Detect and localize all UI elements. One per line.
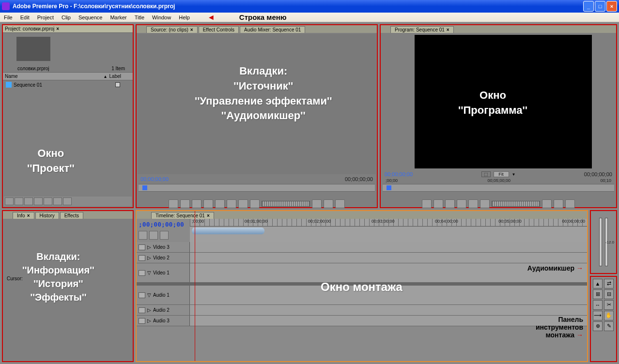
minimize-button[interactable]: _ (583, 1, 594, 12)
menu-help[interactable]: Help (175, 15, 194, 20)
trash-button[interactable] (63, 197, 72, 205)
eye-icon[interactable] (139, 244, 145, 250)
menu-sequence[interactable]: Sequence (75, 15, 107, 20)
project-item-row[interactable]: Sequence 01 (3, 80, 133, 89)
menu-marker[interactable]: Marker (106, 15, 130, 20)
track-audio1[interactable]: ▽ Audio 1 (137, 286, 587, 305)
auto-button[interactable] (24, 197, 33, 205)
marker-tl-button[interactable] (160, 231, 169, 240)
set-out-button[interactable] (433, 199, 443, 208)
ruler-mark: 00;05;00;00 (487, 178, 511, 183)
tab-audio-mixer[interactable]: Audio Mixer: Sequence 01 (240, 26, 305, 33)
speaker-icon[interactable] (139, 292, 145, 298)
list-view-button[interactable] (5, 197, 14, 205)
tab-effect-controls[interactable]: Effect Controls (199, 26, 239, 33)
snap-button[interactable] (139, 231, 147, 240)
maximize-button[interactable]: □ (595, 1, 605, 12)
step-back-button[interactable] (457, 199, 466, 208)
pen-tool[interactable]: ✎ (604, 321, 614, 331)
close-button[interactable]: × (606, 1, 617, 12)
step-fwd-button[interactable] (480, 199, 490, 208)
ripple-tool[interactable]: ⊞ (593, 289, 603, 299)
track-audio2[interactable]: ▷ Audio 2 (137, 305, 587, 316)
source-ruler[interactable] (139, 184, 375, 192)
tab-source[interactable]: Source: (no clips)× (146, 26, 198, 33)
track-audio3[interactable]: ▷ Audio 3 (137, 316, 587, 326)
label-checkbox[interactable] (115, 82, 120, 87)
source-tc-out: 00;00;00;00 (345, 176, 373, 182)
selection-tool[interactable]: ▲ (593, 279, 603, 288)
program-ruler[interactable] (383, 184, 614, 192)
overlay-project-2: ''Проект'' (27, 161, 75, 176)
speaker-icon[interactable] (139, 307, 145, 313)
program-tc-current[interactable]: 00;00;00;00 (385, 171, 413, 177)
zoom-tool[interactable]: ⊕ (593, 321, 603, 331)
rolling-tool[interactable]: ⊟ (604, 289, 614, 299)
jog-wheel[interactable] (492, 201, 540, 207)
tab-history[interactable]: History (35, 212, 59, 219)
lift-button[interactable] (542, 199, 552, 208)
speaker-icon[interactable] (139, 318, 145, 324)
tick: 00;02;00;00 (308, 219, 331, 226)
source-tc-in[interactable]: 00;00;00;00 (140, 176, 169, 182)
razor-tool[interactable]: ✂ (604, 300, 614, 310)
step-fwd-button[interactable] (238, 199, 248, 208)
insert-button[interactable] (324, 199, 333, 208)
overlay-project-1: Окно (27, 146, 75, 161)
trim-button[interactable] (565, 199, 575, 208)
project-tab[interactable]: Project: соловки.prproj × (3, 25, 133, 33)
menu-file[interactable]: File (0, 15, 16, 20)
set-in-button[interactable] (169, 199, 178, 208)
overlay-info: Вкладки: ''Информация'' ''История'' ''Эф… (22, 250, 94, 304)
track-video1[interactable]: ▽ Video 1 (137, 263, 587, 283)
zoom-indicator[interactable]: ⬚ (481, 171, 491, 177)
tab-info[interactable]: Info× (13, 212, 34, 219)
play-button[interactable] (468, 199, 478, 208)
tab-program[interactable]: Program: Sequence 01× (390, 26, 454, 33)
tick: ;00;00 (192, 219, 204, 226)
project-item-name: Sequence 01 (14, 82, 42, 88)
fit-dropdown[interactable]: Fit (494, 171, 509, 177)
extract-button[interactable] (554, 199, 563, 208)
hand-tool[interactable]: ✋ (604, 311, 614, 320)
playhead[interactable] (195, 242, 195, 361)
arrow-icon: → (576, 264, 583, 272)
timeline-timecode[interactable]: ;00;00;00;00 (139, 221, 188, 228)
eye-icon[interactable] (139, 255, 145, 261)
tab-effects[interactable]: Effects (60, 212, 83, 219)
cursor-label: Cursor: (5, 274, 25, 283)
col-name[interactable]: Name (5, 74, 101, 79)
menu-project[interactable]: Project (33, 15, 58, 20)
overlay-button[interactable] (335, 199, 345, 208)
rate-stretch-tool[interactable]: ↔ (593, 300, 603, 310)
menu-title[interactable]: Title (131, 15, 148, 20)
new-item-button[interactable] (53, 197, 62, 205)
track-video3[interactable]: ▷ Video 3 (137, 242, 587, 253)
track-select-tool[interactable]: ⇄ (604, 279, 614, 288)
eye-icon[interactable] (139, 270, 145, 276)
menu-clip[interactable]: Clip (58, 15, 75, 20)
sync-lock-button[interactable] (149, 231, 158, 240)
icon-view-button[interactable] (15, 197, 23, 205)
menu-window[interactable]: Window (148, 15, 175, 20)
tick: 00;03;00;00 (371, 219, 395, 226)
play-button[interactable] (227, 199, 236, 208)
step-back-button[interactable] (215, 199, 225, 208)
col-label[interactable]: Label (109, 74, 121, 79)
menu-edit[interactable]: Edit (16, 15, 33, 20)
marker-button[interactable] (192, 199, 201, 208)
tab-timeline[interactable]: Timeline: Sequence 01× (151, 212, 214, 219)
bin-button[interactable] (44, 197, 52, 205)
jog-wheel[interactable] (262, 201, 310, 207)
track-video2[interactable]: ▷ Video 2 (137, 253, 587, 263)
slip-tool[interactable]: ⟿ (593, 311, 603, 320)
set-in-button[interactable] (422, 199, 432, 208)
timeline-ruler[interactable]: ;00;00 00;01;00;00 00;02;00;00 00;03;00;… (190, 219, 587, 242)
set-out-button[interactable] (180, 199, 190, 208)
marker-button[interactable] (445, 199, 455, 208)
find-button[interactable] (34, 197, 43, 205)
goto-in-button[interactable] (203, 199, 213, 208)
loop-button[interactable] (312, 199, 322, 208)
goto-out-button[interactable] (250, 199, 260, 208)
work-area-bar[interactable] (192, 228, 264, 234)
